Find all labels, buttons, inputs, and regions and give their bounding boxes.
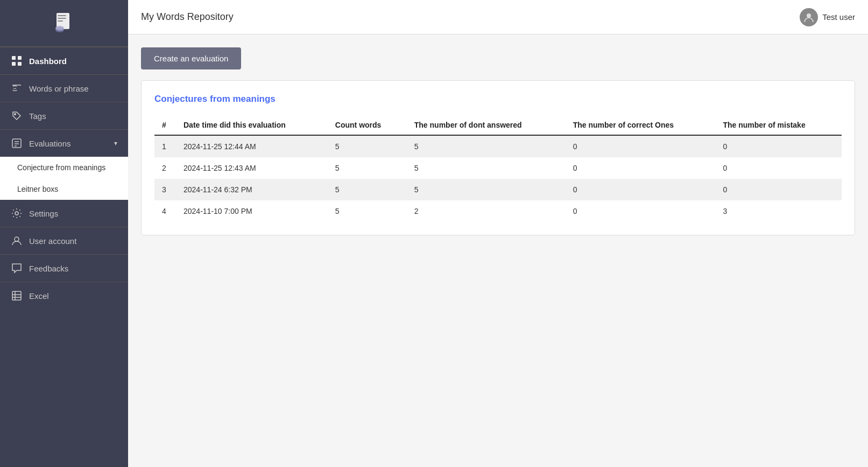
cell-mistakes: 0 <box>715 135 842 157</box>
cell-mistakes: 0 <box>715 179 842 200</box>
cell-not-answered: 5 <box>407 179 566 200</box>
dashboard-icon <box>11 55 23 67</box>
svg-rect-2 <box>58 18 66 19</box>
cell-count: 5 <box>328 200 407 222</box>
chevron-down-icon: ▾ <box>114 140 117 147</box>
sidebar-item-feedbacks-label: Feedbacks <box>29 264 117 273</box>
svg-rect-10 <box>18 62 22 66</box>
sidebar-item-excel-label: Excel <box>29 291 117 301</box>
logo-area <box>0 0 128 47</box>
cell-correct: 0 <box>566 179 716 200</box>
content-area: Create an evaluation Conjectures from me… <box>128 34 868 467</box>
svg-rect-9 <box>12 62 16 66</box>
evaluations-card: Conjectures from meanings # Date time di… <box>141 80 855 235</box>
svg-point-18 <box>15 212 18 215</box>
tags-icon <box>11 110 23 122</box>
user-icon <box>11 235 23 247</box>
feedback-icon <box>11 262 23 274</box>
col-datetime: Date time did this evaluation <box>176 115 328 135</box>
sidebar-item-user-account[interactable]: User account <box>0 227 128 254</box>
table-body: 1 2024-11-25 12:44 AM 5 5 0 0 2 2024-11-… <box>154 135 842 222</box>
app-logo-icon <box>50 10 78 38</box>
svg-rect-7 <box>12 56 16 60</box>
submenu-item-leitner[interactable]: Leitner boxs <box>0 178 128 200</box>
submenu-conjecture-label: Conjecture from meanings <box>17 163 105 172</box>
table-header: # Date time did this evaluation Count wo… <box>154 115 842 135</box>
user-info: Test user <box>800 8 855 26</box>
svg-rect-3 <box>58 20 63 22</box>
table-row: 3 2024-11-24 6:32 PM 5 5 0 0 <box>154 179 842 200</box>
sidebar-item-dashboard[interactable]: Dashbord <box>0 47 128 74</box>
sidebar-item-words[interactable]: Ξ Words or phrase <box>0 75 128 102</box>
cell-num: 2 <box>154 157 176 179</box>
cell-datetime: 2024-11-25 12:43 AM <box>176 157 328 179</box>
cell-datetime: 2024-11-25 12:44 AM <box>176 135 328 157</box>
svg-point-19 <box>15 237 19 241</box>
col-not-answered: The number of dont answered <box>407 115 566 135</box>
svg-point-6 <box>55 26 64 30</box>
cell-correct: 0 <box>566 200 716 222</box>
svg-text:Ξ: Ξ <box>12 85 17 93</box>
cell-correct: 0 <box>566 135 716 157</box>
sidebar-item-tags-label: Tags <box>29 111 117 121</box>
sidebar: Dashbord Ξ Words or phrase Tags Evaluati… <box>0 0 128 467</box>
sidebar-item-settings-label: Settings <box>29 209 117 218</box>
col-correct: The number of correct Ones <box>566 115 716 135</box>
avatar <box>800 8 818 26</box>
section-title: Conjectures from meanings <box>154 94 842 104</box>
submenu-item-conjecture[interactable]: Conjecture from meanings <box>0 157 128 178</box>
settings-icon <box>11 207 23 219</box>
evaluations-icon <box>11 137 23 149</box>
sidebar-item-evaluations[interactable]: Evaluations ▾ <box>0 130 128 157</box>
table-row: 4 2024-11-10 7:00 PM 5 2 0 3 <box>154 200 842 222</box>
svg-point-13 <box>15 114 16 115</box>
excel-icon <box>11 290 23 302</box>
evaluations-submenu: Conjecture from meanings Leitner boxs <box>0 157 128 200</box>
cell-correct: 0 <box>566 157 716 179</box>
username: Test user <box>822 12 855 22</box>
cell-num: 4 <box>154 200 176 222</box>
cell-count: 5 <box>328 157 407 179</box>
sidebar-item-feedbacks[interactable]: Feedbacks <box>0 255 128 282</box>
col-num: # <box>154 115 176 135</box>
table-row: 1 2024-11-25 12:44 AM 5 5 0 0 <box>154 135 842 157</box>
header: My Words Repository Test user <box>128 0 868 34</box>
sidebar-item-tags[interactable]: Tags <box>0 102 128 129</box>
cell-not-answered: 5 <box>407 135 566 157</box>
sidebar-item-settings[interactable]: Settings <box>0 200 128 227</box>
cell-mistakes: 0 <box>715 157 842 179</box>
col-count: Count words <box>328 115 407 135</box>
svg-rect-8 <box>18 56 22 60</box>
cell-count: 5 <box>328 179 407 200</box>
cell-not-answered: 2 <box>407 200 566 222</box>
create-evaluation-button[interactable]: Create an evaluation <box>141 47 241 69</box>
submenu-leitner-label: Leitner boxs <box>17 185 58 193</box>
table-row: 2 2024-11-25 12:43 AM 5 5 0 0 <box>154 157 842 179</box>
col-mistake: The number of mistake <box>715 115 842 135</box>
svg-rect-1 <box>58 15 66 16</box>
sidebar-item-user-label: User account <box>29 236 117 246</box>
words-icon: Ξ <box>11 82 23 94</box>
cell-count: 5 <box>328 135 407 157</box>
cell-datetime: 2024-11-10 7:00 PM <box>176 200 328 222</box>
cell-datetime: 2024-11-24 6:32 PM <box>176 179 328 200</box>
sidebar-item-words-label: Words or phrase <box>29 84 117 93</box>
svg-point-24 <box>807 13 811 18</box>
page-title: My Words Repository <box>141 11 234 23</box>
cell-num: 1 <box>154 135 176 157</box>
svg-rect-20 <box>12 291 21 300</box>
sidebar-item-excel[interactable]: Excel <box>0 282 128 309</box>
sidebar-item-dashboard-label: Dashbord <box>29 57 117 66</box>
cell-num: 3 <box>154 179 176 200</box>
main-area: My Words Repository Test user Create an … <box>128 0 868 467</box>
cell-mistakes: 3 <box>715 200 842 222</box>
sidebar-item-evaluations-label: Evaluations <box>29 139 108 148</box>
cell-not-answered: 5 <box>407 157 566 179</box>
evaluations-table: # Date time did this evaluation Count wo… <box>154 115 842 222</box>
